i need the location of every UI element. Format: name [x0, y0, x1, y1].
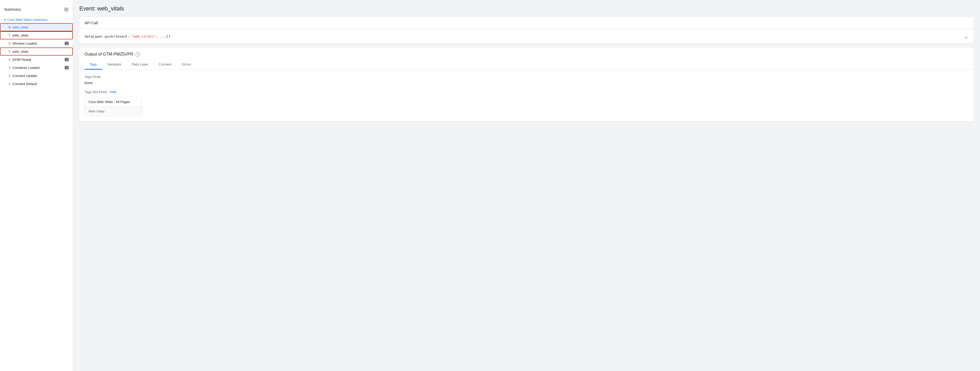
api-call-card: API Call dataLayer.push({event: "web_vit… — [79, 17, 974, 44]
api-call-body: dataLayer.push({event: "web_vitals", ...… — [79, 29, 974, 44]
tab-consent[interactable]: Consent — [153, 60, 177, 70]
main-content: Event: web_vitals API Call dataLayer.pus… — [73, 0, 980, 371]
hide-button[interactable]: Hide — [110, 90, 117, 94]
item-number-1: 1 — [5, 82, 10, 86]
code-string: "web_vitals" — [132, 35, 156, 38]
item-number-6: 6 — [5, 41, 10, 45]
sidebar-item-5[interactable]: 5 web_vitals — [0, 48, 73, 56]
sidebar-title: Summary — [4, 7, 21, 11]
tabs-bar: Tags Variables Data Layer Consent Errors — [79, 60, 974, 70]
sidebar-group-label: Core Web Vitals measuem... — [7, 18, 50, 22]
item-number-7: 7 — [5, 33, 10, 37]
tag-cards: Core Web Vitals - All Pages Web Vitals — [84, 97, 142, 116]
page-title: Event: web_vitals — [79, 5, 974, 12]
item-label-1: Consent Default — [13, 82, 68, 86]
tab-content-tags: Tags Fired None Tags Not Fired Hide Core… — [79, 70, 974, 121]
item-label-5: web_vitals — [13, 49, 68, 54]
sidebar-item-2[interactable]: 2 Consent Update — [0, 72, 73, 80]
item-number-2: 2 — [5, 74, 10, 78]
item-number-3: 3 — [5, 66, 10, 70]
help-icon[interactable]: ? — [135, 52, 140, 57]
sidebar-item-3[interactable]: 3 Container Loaded ◫ — [0, 64, 73, 72]
item-number-4: 4 — [5, 58, 10, 62]
item-label-6: Window Loaded — [13, 41, 63, 45]
expand-icon[interactable]: ⌄ — [964, 33, 969, 40]
tags-fired-label: Tags Fired — [84, 75, 969, 79]
sidebar-header: Summary ▤ — [0, 4, 73, 16]
sidebar-item-7[interactable]: 7 web_vitals — [0, 31, 73, 40]
filter-icon[interactable]: ▤ — [64, 6, 68, 12]
item-label-3: Container Loaded — [13, 66, 63, 70]
tags-not-fired-header: Tags Not Fired Hide — [84, 90, 969, 94]
tab-data-layer[interactable]: Data Layer — [127, 60, 154, 70]
item-label-4: DOM Ready — [13, 58, 63, 62]
sidebar-item-6[interactable]: 6 Window Loaded ◫ — [0, 40, 73, 48]
tags-not-fired-label: Tags Not Fired — [84, 90, 107, 94]
tab-errors[interactable]: Errors — [177, 60, 196, 70]
chevron-down-icon: ▾ — [4, 18, 6, 22]
item-number-8: 8 — [5, 25, 10, 29]
item-label-8: web_vitals — [13, 25, 68, 29]
sidebar-group-header[interactable]: ▾ Core Web Vitals measuem... — [0, 16, 73, 23]
tags-fired-none: None — [84, 81, 969, 85]
item-label-2: Consent Update — [13, 74, 68, 78]
api-call-header: API Call — [79, 17, 974, 29]
code-bracket-icon-6: ◫ — [65, 42, 68, 45]
api-call-code: dataLayer.push({event: "web_vitals", ...… — [84, 35, 170, 38]
tab-variables[interactable]: Variables — [102, 60, 126, 70]
tag-item-0[interactable]: Core Web Vitals - All Pages — [85, 97, 142, 107]
output-title-text: Output of GTM-PMZ5VPR — [84, 52, 133, 57]
code-bracket-icon-3: ◫ — [65, 66, 68, 69]
code-bracket-icon-4: ◫ — [65, 58, 68, 61]
tab-tags[interactable]: Tags — [84, 60, 102, 70]
sidebar-item-1[interactable]: 1 Consent Default — [0, 80, 73, 88]
sidebar: Summary ▤ ▾ Core Web Vitals measuem... 8… — [0, 0, 73, 371]
tag-item-1[interactable]: Web Vitals — [85, 107, 142, 116]
code-suffix: , ...}) — [156, 35, 170, 38]
output-card: Output of GTM-PMZ5VPR ? Tags Variables D… — [79, 48, 974, 121]
item-number-5: 5 — [5, 49, 10, 54]
output-card-header: Output of GTM-PMZ5VPR ? — [79, 48, 974, 57]
code-prefix: dataLayer.push({event: — [84, 35, 132, 38]
output-title: Output of GTM-PMZ5VPR ? — [84, 52, 969, 57]
sidebar-group: ▾ Core Web Vitals measuem... 8 web_vital… — [0, 16, 73, 88]
item-label-7: web_vitals — [13, 33, 68, 37]
sidebar-item-4[interactable]: 4 DOM Ready ◫ — [0, 56, 73, 64]
sidebar-item-8[interactable]: 8 web_vitals — [0, 23, 73, 31]
